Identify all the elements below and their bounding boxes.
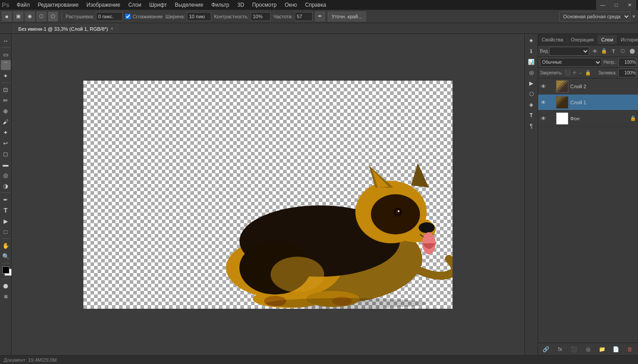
quick-mask-tool[interactable]: ⬤ — [1, 281, 11, 290]
document-tab[interactable]: Без имени-1 @ 33,3% (Слой 1, RGB/8*) × — [13, 24, 118, 33]
lock-pixel-icon[interactable]: ⬛ — [564, 70, 571, 76]
spot-heal-tool[interactable]: ⊕ — [1, 106, 11, 116]
panel-tab-properties[interactable]: Свойства — [538, 35, 567, 44]
menu-help[interactable]: Справка — [301, 1, 329, 9]
layer-adjust-toggle[interactable]: ⬤ — [628, 47, 636, 55]
dodge-tool[interactable]: ◑ — [1, 181, 11, 191]
marquee-tool[interactable]: ▭ — [1, 49, 11, 59]
fill-input[interactable] — [618, 69, 636, 78]
stylus-icon[interactable]: ✒ — [315, 12, 325, 21]
canvas-area[interactable] — [12, 34, 524, 355]
layer-item-1[interactable]: 👁 Слой 1 — [538, 94, 638, 110]
layer-mask-button[interactable]: ⬛ — [568, 344, 580, 354]
menu-edit[interactable]: Редактирование — [34, 1, 82, 9]
close-button[interactable]: ✕ — [623, 0, 636, 10]
tool-option-freeform[interactable]: ⬡ — [37, 12, 46, 21]
tab-close-button[interactable]: × — [111, 26, 113, 31]
right-tool-text[interactable]: T — [527, 110, 536, 120]
refine-edge-button[interactable]: Уточн. край... — [328, 12, 366, 21]
antialiasing-checkbox[interactable] — [125, 14, 131, 19]
tool-sep-6 — [1, 278, 10, 279]
menu-filter[interactable]: Фильтр — [208, 1, 233, 9]
brush-tool[interactable]: 🖌 — [1, 117, 11, 127]
menu-file[interactable]: Файл — [13, 1, 33, 9]
new-layer-button[interactable]: 📄 — [610, 344, 622, 354]
blur-tool[interactable]: ◎ — [1, 170, 11, 180]
layer-lock-toggle[interactable]: 🔒 — [600, 47, 608, 55]
right-tool-paragraph[interactable]: ¶ — [527, 121, 536, 131]
eraser-tool[interactable]: ◻ — [1, 149, 11, 159]
menu-3d[interactable]: 3D — [234, 1, 247, 9]
eyedropper-tool[interactable]: ✏ — [1, 95, 11, 105]
layer-adjustment-button[interactable]: ◎ — [582, 344, 594, 354]
tool-option-rounded[interactable]: ▣ — [13, 12, 23, 21]
layer-text-toggle[interactable]: T — [609, 47, 617, 55]
tool-option-circle[interactable]: ◉ — [25, 12, 35, 21]
layer-item-background[interactable]: 👁 Фон 🔒 — [538, 110, 638, 127]
layer-fx-button[interactable]: fx — [554, 344, 566, 354]
zoom-tool[interactable]: 🔍 — [1, 251, 11, 261]
history-brush-tool[interactable]: ↩ — [1, 138, 11, 148]
delete-layer-button[interactable]: 🗑 — [624, 344, 636, 354]
minimize-button[interactable]: — — [596, 0, 609, 10]
gradient-tool[interactable]: ▬ — [1, 160, 11, 169]
lock-row: Закрепить: ⬛ ✛ ↔ 🔒 Заливка: — [538, 68, 638, 78]
layers-view-toolbar: Вид 👁 🔒 T ⬡ ⬤ — [538, 45, 638, 57]
lock-all-icon[interactable]: 🔒 — [585, 70, 591, 76]
screen-mode-tool[interactable]: ⊠ — [1, 291, 11, 301]
panel-tab-operations[interactable]: Операция — [567, 35, 597, 44]
right-tool-1[interactable]: ★ — [527, 36, 536, 45]
hand-tool[interactable]: ✋ — [1, 241, 11, 250]
color-picker[interactable] — [1, 265, 11, 277]
view-mode-select[interactable] — [549, 47, 589, 56]
layers-list: 👁 Слой 2 👁 Слой 1 👁 — [538, 78, 638, 343]
path-select-tool[interactable]: ▶ — [1, 216, 11, 226]
menu-image[interactable]: Изображение — [83, 1, 124, 9]
tool-option-magnetic[interactable]: ⬡ — [48, 12, 58, 21]
tool-sep-1 — [1, 47, 10, 48]
layer-2-visibility[interactable]: 👁 — [540, 83, 547, 90]
menu-window[interactable]: Окно — [281, 1, 300, 9]
move-tool[interactable]: ↔ — [1, 36, 11, 45]
shape-tool[interactable]: □ — [1, 227, 11, 237]
right-tool-actions[interactable]: ⬡ — [527, 89, 536, 99]
lock-move-icon[interactable]: ↔ — [578, 70, 583, 76]
panel-tab-layers[interactable]: Слои — [598, 35, 617, 44]
right-tool-adjust[interactable]: ◈ — [527, 100, 536, 110]
right-tool-navigator[interactable]: ◎ — [527, 68, 536, 78]
right-tool-histogram[interactable]: 📊 — [527, 57, 536, 67]
maximize-button[interactable]: □ — [609, 0, 623, 10]
right-tool-info[interactable]: ℹ — [527, 46, 536, 56]
clone-stamp-tool[interactable]: ✦ — [1, 127, 11, 137]
crop-tool[interactable]: ⊡ — [1, 85, 11, 94]
layer-filter-toggle[interactable]: ⬡ — [619, 47, 627, 55]
tool-selector-area: ■ ▣ ◉ ⬡ ⬡ — [2, 12, 58, 21]
background-visibility[interactable]: 👁 — [540, 115, 547, 122]
layer-link-button[interactable]: 🔗 — [540, 344, 552, 354]
width-input[interactable] — [187, 12, 211, 21]
lock-position-icon[interactable]: ✛ — [572, 70, 576, 76]
frequency-input[interactable] — [295, 12, 313, 21]
layer-item-2[interactable]: 👁 Слой 2 — [538, 78, 638, 94]
menu-select[interactable]: Выделение — [171, 1, 207, 9]
lasso-tool[interactable]: ⌒ — [1, 60, 11, 70]
menu-view[interactable]: Просмотр — [249, 1, 280, 9]
layer-1-visibility[interactable]: 👁 — [540, 99, 547, 106]
contrast-input[interactable] — [251, 12, 271, 21]
tool-sep-2 — [1, 82, 10, 83]
text-tool[interactable]: T — [1, 205, 11, 215]
pen-tool[interactable]: ✒ — [1, 195, 11, 204]
feather-input[interactable] — [96, 12, 123, 21]
layer-group-button[interactable]: 📁 — [596, 344, 608, 354]
blend-mode-select[interactable]: Обычные — [540, 58, 602, 67]
menu-layers[interactable]: Слои — [125, 1, 145, 9]
panel-tab-history[interactable]: История — [617, 35, 638, 44]
tool-option-square[interactable]: ■ — [2, 12, 12, 21]
layer-visibility-toggle[interactable]: 👁 — [591, 47, 599, 55]
menu-font[interactable]: Шрифт — [146, 1, 170, 9]
magic-wand-tool[interactable]: ✦ — [1, 71, 11, 81]
opacity-input[interactable] — [618, 58, 636, 67]
right-tool-play[interactable]: ▶ — [527, 78, 536, 88]
workspace-select[interactable]: Основная рабочая среда — [559, 12, 630, 21]
frequency-group: Частота: — [273, 12, 313, 21]
